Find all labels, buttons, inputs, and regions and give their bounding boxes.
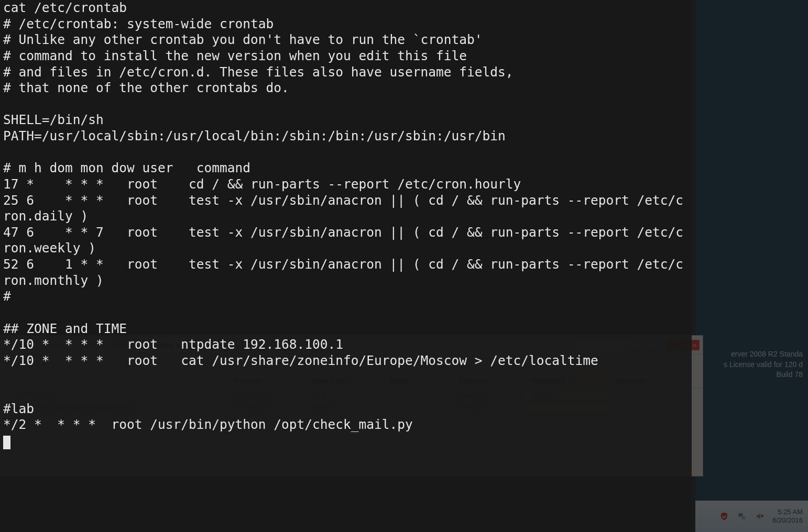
- svg-rect-1: [741, 516, 746, 519]
- terminal-cursor: [3, 436, 10, 449]
- tray-clock[interactable]: 5:25 AM 6/20/2016: [772, 508, 803, 525]
- shield-icon[interactable]: [719, 511, 729, 522]
- tray-time: 5:25 AM: [778, 508, 803, 516]
- volume-muted-icon[interactable]: [755, 511, 765, 522]
- terminal-window[interactable]: cat /etc/crontab # /etc/crontab: system-…: [0, 0, 692, 532]
- network-icon[interactable]: [737, 511, 747, 522]
- tray-date: 6/20/2016: [772, 516, 803, 525]
- win-info-line: s License valid for 120 d: [698, 360, 803, 370]
- win-info-line: Build 78: [698, 370, 803, 380]
- windows-taskbar[interactable]: 5:25 AM 6/20/2016: [695, 501, 808, 532]
- win-info-line: erver 2008 R2 Standa: [698, 349, 803, 360]
- windows-build-info: erver 2008 R2 Standa s License valid for…: [698, 349, 803, 380]
- windows-desktop-strip: erver 2008 R2 Standa s License valid for…: [695, 0, 808, 532]
